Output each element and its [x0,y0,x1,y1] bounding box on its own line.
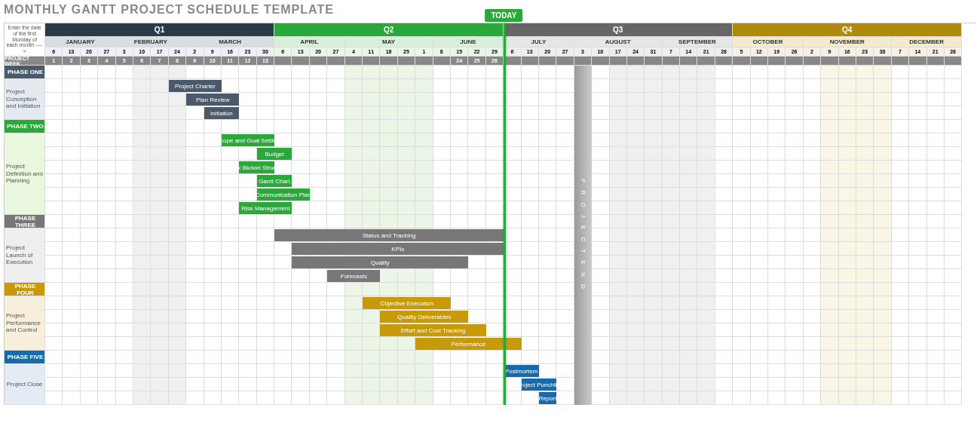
task-bar: Work Bkdwn Structure [239,161,274,174]
section-label-3: Project Launch of Execution [5,228,45,283]
pw-18 [345,57,363,66]
pw-27 [504,57,521,66]
bar-project-charter: Project Charter [169,80,222,92]
day-col-2: 13 [63,47,80,57]
day-col-48: 30 [874,47,891,57]
day-col-21: 25 [398,47,415,57]
task-bar: Budget [257,147,292,161]
phase-label-5: PHASE FIVE [5,351,45,364]
day-col-37: 14 [680,47,697,57]
pw-28 [522,57,539,66]
day-col-18: 4 [345,47,363,57]
task-bar: Plan Review [186,93,239,106]
task-bar: Report [539,391,556,405]
day-col-19: 11 [363,47,380,57]
pw-11: 11 [222,57,239,66]
bar-effort-and-cost-tracking: Effort and Cost Tracking [380,324,485,336]
task-bar: Quality [292,256,468,269]
day-col-7: 17 [151,47,168,57]
bar-postmortem: Postmortem [504,365,539,377]
section-label-1: Project Conception and Initiation [5,79,45,120]
day-col-52: 28 [945,47,962,57]
bar-work-bkdwn-structure: Work Bkdwn Structure [239,161,274,173]
pw-24: 24 [451,57,468,66]
task-bar: Quality Deliverables [380,310,468,323]
pw-45 [821,57,838,66]
month-FEBRUARY: FEBRUARY [116,37,187,47]
task-bar: Status and Tracking [274,228,504,242]
corner-cell: Enter the date of the first Monday of ea… [5,23,45,57]
day-col-11: 16 [222,47,239,57]
task-bar: Objective Execution [363,296,451,310]
pw-50 [909,57,926,66]
task-bar: KPIs [292,242,504,256]
phase-label-3: PHASE THREE [5,215,45,228]
month-NOVEMBER: NOVEMBER [804,37,892,47]
day-col-12: 23 [239,47,256,57]
month-JUNE: JUNE [433,37,504,47]
pw-52 [945,57,962,66]
day-col-23: 8 [433,47,451,57]
day-col-26: 29 [486,47,504,57]
bar-budget: Budget [257,148,292,160]
quarter-Q3: Q3 [504,23,733,37]
day-col-6: 10 [133,47,151,57]
day-col-5: 3 [116,47,133,57]
bar-plan-review: Plan Review [186,93,239,106]
phase-label-2: PHASE TWO [5,120,45,133]
day-col-4: 27 [98,47,115,57]
day-col-14: 6 [274,47,292,57]
task-bar: Scope and Goal Setting [222,133,274,147]
day-col-42: 19 [768,47,786,57]
pw-33 [610,57,627,66]
day-col-39: 28 [715,47,733,57]
day-col-33: 17 [610,47,627,57]
bar-kpis: KPIs [292,243,504,255]
pw-38 [697,57,715,66]
pw-22 [415,57,433,66]
task-bar: Initiation [204,106,240,120]
month-SEPTEMBER: SEPTEMBER [663,37,733,47]
bar-objective-execution: Objective Execution [363,297,451,309]
pw-5: 5 [116,57,133,66]
day-col-46: 16 [839,47,856,57]
section-label-2: Project Definition and Planning [5,133,45,215]
task-bar: Forecasts [327,269,380,283]
task-bar: Gantt Chart [257,174,292,188]
task-bar: Project Punchlist [522,378,557,391]
bar-risk-management: Risk Management [239,202,292,214]
pw-30 [556,57,574,66]
day-col-44: 2 [804,47,821,57]
pw-1: 1 [45,57,63,66]
quarter-Q1: Q1 [45,23,274,37]
pw-19 [363,57,380,66]
pw-8: 8 [169,57,186,66]
bar-quality-deliverables: Quality Deliverables [380,311,468,323]
pw-48 [874,57,891,66]
pw-15 [292,57,309,66]
pw-39 [715,57,733,66]
day-col-17: 27 [327,47,345,57]
pw-6: 6 [133,57,151,66]
day-col-50: 14 [909,47,926,57]
pw-40 [733,57,750,66]
day-col-36: 7 [663,47,680,57]
pw-41 [751,57,768,66]
phase-label-1: PHASE ONE [5,66,45,79]
day-col-38: 21 [697,47,715,57]
pw-25: 25 [468,57,485,66]
bar-communication-plan: Communication Plan [257,188,310,201]
pw-4: 4 [98,57,115,66]
day-col-20: 18 [380,47,397,57]
month-JANUARY: JANUARY [45,37,116,47]
pw-37 [680,57,697,66]
pw-14 [274,57,292,66]
day-col-28: 13 [522,47,539,57]
section-label-4: Project Performance and Control [5,296,45,351]
month-AUGUST: AUGUST [574,37,663,47]
task-bar: Effort and Cost Tracking [380,323,485,337]
pw-2: 2 [63,57,80,66]
bar-project-punchlist: Project Punchlist [522,378,557,391]
pw-13: 13 [257,57,274,66]
pw-12: 12 [239,57,256,66]
